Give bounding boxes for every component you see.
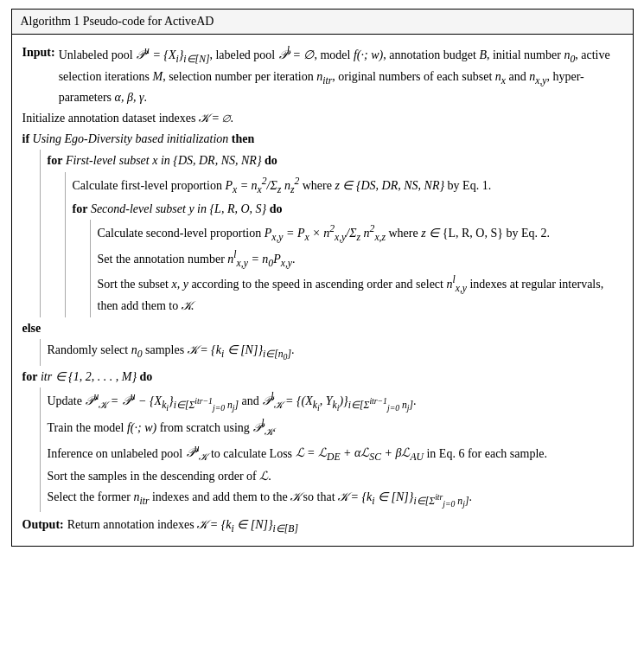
for3-line: for itr ∈ {1, 2, . . . , M} do [22,368,622,387]
else-vbar [40,339,41,365]
sort2-line: Sort the samples in the descending order… [48,467,622,486]
input-content: Unlabeled pool 𝒫u = {Xi}i∈[N], labeled p… [59,43,622,107]
inference-line: Inference on unlabeled pool 𝒫u𝒦 to calcu… [48,442,622,466]
for3-content: Update 𝒫u𝒦 = 𝒫u − {Xki}i∈[Σitr−1j=0 nj] … [48,387,622,512]
for2-block: Calculate second-level proportion Px,y =… [90,220,622,317]
else-block: Randomly select n0 samples 𝒦 = {ki ∈ [N]… [40,339,622,365]
for1-content: Calculate first-level proportion Px = nx… [73,172,622,317]
and-text: and [242,394,259,407]
random-line: Randomly select n0 samples 𝒦 = {ki ∈ [N]… [48,341,622,363]
for1-vbar [65,172,66,317]
sort1-line: Sort the subset x, y according to the sp… [98,272,622,315]
train-line: Train the model f(·; w) from scratch usi… [48,416,622,440]
input-label: Input: [22,43,55,107]
if-line: if Using Ego-Diversity based initializat… [22,130,622,149]
output-content: Return annotation indexes 𝒦 = {ki ∈ [N]}… [67,515,622,537]
algorithm-body: Input: Unlabeled pool 𝒫u = {Xi}i∈[N], la… [12,35,633,546]
input-block: Input: Unlabeled pool 𝒫u = {Xi}i∈[N], la… [22,43,622,107]
for2-content: Calculate second-level proportion Px,y =… [98,220,622,317]
algorithm-title: Algorithm 1 Pseudo-code for ActiveAD [12,10,633,35]
output-label: Output: [22,515,64,537]
if-block: for First-level subset x in {DS, DR, NS,… [40,150,622,317]
algorithm-title-text: Algorithm 1 Pseudo-code for ActiveAD [21,15,214,28]
output-block: Output: Return annotation indexes 𝒦 = {k… [22,515,622,537]
else-line: else [22,319,622,338]
else-content: Randomly select n0 samples 𝒦 = {ki ∈ [N]… [48,339,622,365]
update-line: Update 𝒫u𝒦 = 𝒫u − {Xki}i∈[Σitr−1j=0 nj] … [48,389,622,414]
calc2-line: Calculate second-level proportion Px,y =… [98,221,622,246]
if-content: for First-level subset x in {DS, DR, NS,… [48,150,622,317]
if-vbar [40,150,41,317]
for1-line: for First-level subset x in {DS, DR, NS,… [48,151,622,170]
for3-vbar [40,387,41,512]
init-line: Initialize annotation dataset indexes 𝒦 … [22,109,622,128]
for3-block: Update 𝒫u𝒦 = 𝒫u − {Xki}i∈[Σitr−1j=0 nj] … [40,387,622,512]
set-line: Set the annotation number nlx,y = n0Px,y… [98,247,622,272]
calc1-line: Calculate first-level proportion Px = nx… [73,174,622,198]
select-line: Select the former nitr indexes and add t… [48,488,622,510]
for1-block: Calculate first-level proportion Px = nx… [65,172,622,317]
for2-vbar [90,220,91,317]
algorithm-box: Algorithm 1 Pseudo-code for ActiveAD Inp… [11,9,634,547]
for2-line: for Second-level subset y in {L, R, O, S… [73,200,622,219]
